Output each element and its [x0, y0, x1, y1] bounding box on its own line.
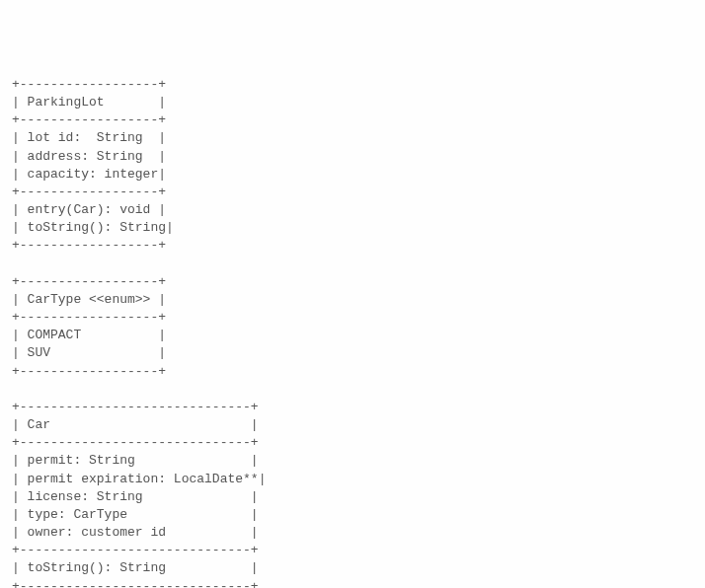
ascii-line: | toString(): String |	[12, 559, 705, 577]
ascii-line: +------------------------------+	[12, 578, 705, 588]
ascii-line: | CarType <<enum>> |	[12, 291, 705, 309]
ascii-line: | capacity: integer|	[12, 166, 705, 184]
ascii-line: | toString(): String|	[12, 219, 705, 237]
ascii-line: | type: CarType |	[12, 506, 705, 524]
class-box-cartype-enum: +------------------+| CarType <<enum>> |…	[12, 273, 705, 381]
ascii-line: | Car |	[12, 416, 705, 434]
ascii-line: | license: String |	[12, 488, 705, 506]
ascii-line: +------------------------------+	[12, 399, 705, 416]
class-box-car: +------------------------------+| Car |+…	[12, 399, 705, 588]
ascii-line: | permit: String |	[12, 452, 705, 470]
class-box-parkinglot: +------------------+| ParkingLot |+-----…	[12, 76, 705, 256]
ascii-line: | SUV |	[12, 344, 705, 362]
ascii-line: | COMPACT |	[12, 327, 705, 344]
ascii-line: +------------------+	[12, 363, 705, 381]
ascii-line: +------------------+	[12, 237, 705, 255]
uml-class-diagram: +------------------+| ParkingLot |+-----…	[12, 76, 705, 588]
ascii-line: | owner: customer id |	[12, 524, 705, 542]
ascii-line: | permit expiration: LocalDate**|	[12, 471, 705, 488]
ascii-line: +------------------+	[12, 309, 705, 327]
ascii-line: +------------------+	[12, 111, 705, 129]
ascii-line: +------------------+	[12, 76, 705, 94]
ascii-line: | address: String |	[12, 148, 705, 166]
ascii-line: +------------------------------+	[12, 434, 705, 452]
ascii-line: | lot id: String |	[12, 129, 705, 147]
ascii-line: +------------------------------+	[12, 542, 705, 559]
ascii-line: | entry(Car): void |	[12, 201, 705, 219]
ascii-line: +------------------+	[12, 273, 705, 291]
ascii-line: +------------------+	[12, 184, 705, 201]
ascii-line: | ParkingLot |	[12, 94, 705, 111]
